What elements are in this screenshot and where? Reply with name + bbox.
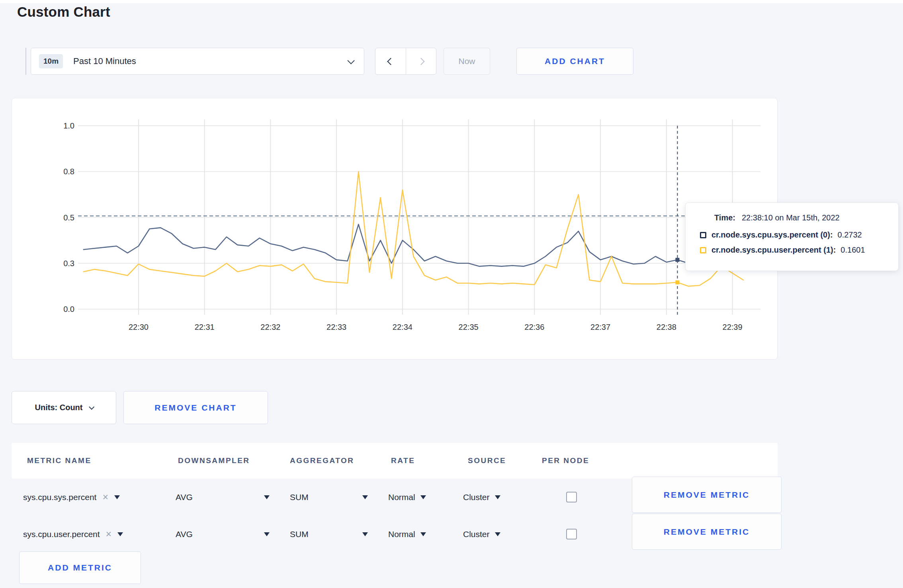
units-label: Units: Count (35, 403, 83, 412)
aggregator-select[interactable]: SUM (290, 479, 368, 516)
x-tick-label: 22:30 (129, 323, 149, 331)
series-sys-swatch-icon (700, 232, 706, 238)
column-header: SOURCE (468, 443, 506, 479)
x-tick-label: 22:37 (590, 323, 610, 331)
time-range-badge: 10m (39, 54, 63, 68)
x-tick-label: 22:35 (459, 323, 479, 331)
top-strip (0, 0, 903, 3)
close-icon[interactable]: × (106, 529, 112, 539)
chart-tooltip: Time:22:38:10 on Mar 15th, 2022 cr.node.… (685, 202, 899, 271)
table-row: sys.cpu.sys.percent × AVG SUM Normal Clu… (12, 479, 778, 516)
metrics-table-header: METRIC NAMEDOWNSAMPLERAGGREGATORRATESOUR… (12, 443, 778, 479)
source-value: Cluster (463, 493, 490, 502)
hover-point-user (675, 280, 679, 284)
caret-down-icon (362, 495, 368, 499)
rate-select[interactable]: Normal (388, 516, 426, 553)
time-range-select[interactable]: 10m Past 10 Minutes (31, 48, 364, 75)
x-tick-label: 22:36 (524, 323, 544, 331)
time-back-button[interactable] (375, 48, 406, 74)
chevron-down-icon (89, 404, 95, 409)
x-tick-label: 22:34 (393, 323, 412, 331)
series-user-line (84, 171, 743, 286)
x-tick-label: 22:33 (326, 323, 346, 331)
downsampler-select[interactable]: AVG (176, 479, 270, 516)
tooltip-series-value: 0.2732 (838, 230, 862, 239)
aggregator-select[interactable]: SUM (290, 516, 368, 553)
tooltip-series-label: cr.node.sys.cpu.user.percent (1): (711, 245, 836, 255)
series-sys-line (84, 224, 743, 267)
column-header: RATE (391, 443, 415, 479)
aggregator-value: SUM (290, 530, 309, 539)
tooltip-time: Time:22:38:10 on Mar 15th, 2022 (714, 213, 898, 222)
caret-down-icon (420, 532, 426, 536)
downsampler-select[interactable]: AVG (176, 516, 270, 553)
column-header: METRIC NAME (27, 443, 92, 479)
tooltip-series-row: cr.node.sys.cpu.user.percent (1): 0.1601 (700, 245, 898, 255)
series-user-swatch-icon (700, 247, 706, 253)
column-header: DOWNSAMPLER (178, 443, 250, 479)
chevron-left-icon (387, 58, 394, 65)
chevron-right-icon (417, 58, 424, 65)
page-title: Custom Chart (17, 4, 110, 20)
caret-down-icon (362, 532, 368, 536)
remove-metric-button[interactable]: REMOVE METRIC (632, 514, 782, 550)
y-tick-label: 0.0 (63, 305, 74, 313)
caret-down-icon (264, 532, 270, 536)
caret-down-icon (495, 532, 500, 536)
add-chart-button[interactable]: ADD CHART (516, 48, 633, 75)
time-nav-arrows (375, 48, 436, 75)
x-tick-label: 22:39 (723, 323, 743, 331)
tooltip-time-label: Time: (714, 213, 735, 222)
add-metric-button[interactable]: ADD METRIC (19, 551, 141, 584)
caret-down-icon (495, 495, 500, 499)
downsampler-value: AVG (176, 530, 193, 539)
caret-down-icon (420, 495, 426, 499)
metric-name-label: sys.cpu.user.percent (23, 530, 100, 539)
caret-down-icon (114, 495, 120, 499)
source-select[interactable]: Cluster (463, 479, 500, 516)
now-button[interactable]: Now (444, 48, 490, 75)
metric-name-label: sys.cpu.sys.percent (23, 493, 96, 502)
toolbar-divider (25, 48, 26, 75)
remove-metric-button[interactable]: REMOVE METRIC (632, 477, 782, 513)
y-tick-label: 0.5 (63, 213, 74, 222)
per-node-checkbox[interactable] (566, 529, 577, 539)
source-select[interactable]: Cluster (463, 516, 500, 553)
y-tick-label: 1.0 (63, 121, 74, 130)
remove-chart-button[interactable]: REMOVE CHART (123, 391, 268, 424)
rate-value: Normal (388, 530, 415, 539)
chart-card: 0.00.30.50.81.022:3022:3122:3222:3322:34… (12, 98, 778, 360)
x-tick-label: 22:38 (657, 323, 676, 331)
time-range-label: Past 10 Minutes (73, 56, 348, 66)
close-icon[interactable]: × (102, 492, 108, 502)
column-header: AGGREGATOR (290, 443, 354, 479)
metric-name-select[interactable]: sys.cpu.user.percent × (23, 516, 123, 553)
per-node-cell (566, 479, 577, 516)
tooltip-series-value: 0.1601 (840, 245, 865, 255)
aggregator-value: SUM (290, 493, 309, 502)
column-header: PER NODE (542, 443, 589, 479)
tooltip-series-label: cr.node.sys.cpu.sys.percent (0): (711, 230, 833, 239)
downsampler-value: AVG (176, 493, 193, 502)
per-node-checkbox[interactable] (566, 492, 577, 502)
time-forward-button[interactable] (406, 48, 436, 74)
caret-down-icon (117, 532, 123, 536)
y-tick-label: 0.3 (63, 259, 74, 268)
table-row: sys.cpu.user.percent × AVG SUM Normal Cl… (12, 516, 778, 553)
per-node-cell (566, 516, 577, 553)
hover-point-sys (675, 258, 679, 262)
units-select[interactable]: Units: Count (12, 391, 116, 424)
x-tick-label: 22:31 (195, 323, 215, 331)
tooltip-time-value: 22:38:10 on Mar 15th, 2022 (742, 213, 840, 222)
caret-down-icon (264, 495, 270, 499)
y-tick-label: 0.8 (63, 167, 74, 176)
source-value: Cluster (463, 530, 490, 539)
rate-select[interactable]: Normal (388, 479, 426, 516)
x-tick-label: 22:32 (260, 323, 280, 331)
chart-svg: 0.00.30.50.81.022:3022:3122:3222:3322:34… (12, 98, 778, 360)
chevron-down-icon (347, 57, 354, 64)
metric-name-select[interactable]: sys.cpu.sys.percent × (23, 479, 120, 516)
tooltip-series-row: cr.node.sys.cpu.sys.percent (0): 0.2732 (700, 230, 898, 239)
rate-value: Normal (388, 493, 415, 502)
timeseries-chart[interactable]: 0.00.30.50.81.022:3022:3122:3222:3322:34… (12, 98, 777, 359)
